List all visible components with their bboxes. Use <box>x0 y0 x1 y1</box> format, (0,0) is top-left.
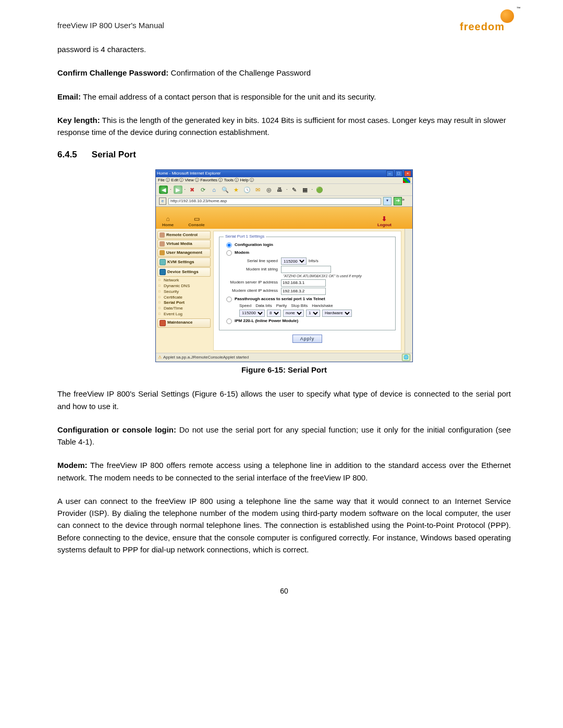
logo-text: freedom <box>460 21 505 32</box>
server-ip-input[interactable] <box>281 279 326 287</box>
body-p8: A user can connect to the freeView IP 80… <box>57 495 511 556</box>
ie-addressbar: e http://192.168.10.23/home.asp ▾ ➜ » <box>156 196 412 207</box>
ie-menubar[interactable]: File ⓘ Edit ⓘ View ⓘ Favorites ⓘ Tools ⓘ… <box>156 177 412 184</box>
serial-speed-unit: bits/s <box>309 259 319 264</box>
p4-label: Key length: <box>57 116 100 125</box>
virtual-media-icon <box>160 241 165 246</box>
link-bar-chevron[interactable]: » <box>402 198 409 205</box>
pt-handshake-select[interactable]: Hardware <box>322 310 352 317</box>
p2-text: Confirmation of the Challenge Password <box>168 68 311 77</box>
nav-console[interactable]: ▭Console <box>188 216 205 228</box>
modem-init-input[interactable] <box>281 266 331 273</box>
apply-button[interactable]: Apply <box>292 335 323 343</box>
body-p7: Modem: The freeView IP 800 offers remote… <box>57 459 511 484</box>
ie-statusbar: ⚠ Applet sa.pp.a.JRemoteConsoleApplet st… <box>156 353 412 362</box>
window-close-button[interactable]: × <box>404 170 411 177</box>
status-warning-icon: ⚠ <box>158 355 162 360</box>
nav-logout[interactable]: ⬇Logout <box>377 216 391 228</box>
messenger-button[interactable]: 🟢 <box>315 186 324 194</box>
p2-label: Confirm Challenge Password: <box>57 68 168 77</box>
sub-dynamic-dns[interactable]: Dynamic DNS <box>161 283 211 289</box>
print-button[interactable]: 🖶 <box>275 186 284 194</box>
ie-toolbar: ◀· ▶· ✖ ⟳ ⌂ 🔍 ★ 🕓 ✉ ◎ 🖶· ✎ ▦· 🟢 <box>156 184 412 196</box>
history-button[interactable]: 🕓 <box>242 186 251 194</box>
radio-ipm-label: IPM 220-L (Inline Power Module) <box>235 319 298 324</box>
sidebar-virtual-media[interactable]: Virtual Media <box>157 240 211 248</box>
mail-button[interactable]: ✉ <box>253 186 262 194</box>
media-button[interactable]: ◎ <box>264 186 273 194</box>
search-button[interactable]: 🔍 <box>221 186 229 194</box>
radio-passthrough-label: Passthrough access to serial port 1 via … <box>235 297 325 302</box>
logo-orb-icon <box>500 9 514 23</box>
pt-speed-select[interactable]: 115200 <box>239 310 265 317</box>
address-input[interactable]: http://192.168.10.23/home.asp <box>168 198 381 205</box>
ie-menus[interactable]: File ⓘ Edit ⓘ View ⓘ Favorites ⓘ Tools ⓘ… <box>158 178 254 183</box>
serial-speed-select[interactable]: 115200 <box>281 257 307 265</box>
client-ip-label: Modem client IP address <box>224 289 281 293</box>
address-dropdown[interactable]: ▾ <box>383 197 391 205</box>
home-button[interactable]: ⌂ <box>210 186 218 194</box>
modem-init-hint: "ATZH0 OK ATL0M0&K3X1 OK" is used if emp… <box>283 274 362 278</box>
sub-event-log[interactable]: Event Log <box>161 312 211 317</box>
p7-text: The freeView IP 800 offers remote access… <box>57 461 511 482</box>
pt-handshake-label: Handshake <box>312 304 333 309</box>
sub-network[interactable]: Network <box>161 278 211 283</box>
client-ip-input[interactable] <box>281 288 326 295</box>
go-button[interactable]: ➜ <box>394 197 402 205</box>
sidebar-user-management[interactable]: User Management <box>157 249 211 257</box>
nav-home[interactable]: ⌂Home <box>162 216 174 228</box>
pt-databits-select[interactable]: 8 <box>267 310 281 317</box>
serial-port-panel: Serial Port 1 Settings Configuration log… <box>213 231 401 351</box>
pt-parity-label: Parity <box>276 304 287 309</box>
console-icon: ▭ <box>188 216 205 223</box>
page-scrollbar[interactable] <box>405 229 412 353</box>
pt-parity-select[interactable]: none <box>283 310 304 317</box>
body-p1: password is 4 characters. <box>57 43 511 55</box>
body-p4: Key length: This is the length of the ge… <box>57 114 511 139</box>
pt-databits-label: Data bits <box>255 304 272 309</box>
user-management-icon <box>160 250 165 255</box>
maintenance-icon <box>160 320 166 326</box>
sub-certificate[interactable]: Certificate <box>161 295 211 301</box>
sidebar-kvm-settings[interactable]: KVM Settings <box>157 257 211 267</box>
refresh-button[interactable]: ⟳ <box>199 186 207 194</box>
pt-stopbits-select[interactable]: 1 <box>306 310 320 317</box>
body-p6: Configuration or console login: Do not u… <box>57 424 511 448</box>
radio-ipm[interactable] <box>226 318 231 324</box>
p7-label: Modem: <box>57 461 88 470</box>
body-p3: Email: The email address of a contact pe… <box>57 91 511 103</box>
stop-button[interactable]: ✖ <box>188 186 197 194</box>
window-maximize-button[interactable]: □ <box>395 170 402 177</box>
figure-caption: Figure 6-15: Serial Port <box>57 365 511 374</box>
section-number: 6.4.5 <box>57 150 77 160</box>
brand-logo: freedom <box>454 21 511 33</box>
page-icon: e <box>159 198 166 205</box>
forward-button[interactable]: ▶ <box>174 186 182 194</box>
window-minimize-button[interactable]: – <box>386 170 394 177</box>
sub-serial-port[interactable]: Serial Port <box>161 300 211 306</box>
back-button[interactable]: ◀ <box>159 186 168 194</box>
sidebar: Remote Control Virtual Media User Manage… <box>156 229 212 353</box>
sidebar-device-settings[interactable]: Device Settings <box>157 267 211 277</box>
sub-datetime[interactable]: Date/Time <box>161 306 211 312</box>
radio-config-login[interactable] <box>226 242 231 248</box>
server-ip-label: Modem server IP address <box>224 280 281 285</box>
radio-passthrough[interactable] <box>226 297 231 302</box>
favorites-button[interactable]: ★ <box>231 186 240 194</box>
logout-icon: ⬇ <box>377 216 391 223</box>
modem-init-label: Modem init string <box>224 267 281 272</box>
edit-button[interactable]: ✎ <box>290 186 299 194</box>
radio-modem[interactable] <box>226 250 231 255</box>
sub-security[interactable]: Security <box>161 289 211 295</box>
body-p5: The freeView IP 800's Serial Settings (F… <box>57 388 511 412</box>
body-p2: Confirm Challenge Password: Confirmation… <box>57 67 511 79</box>
discuss-button[interactable]: ▦ <box>301 186 310 194</box>
ms-flag-icon <box>403 178 410 183</box>
sidebar-remote-control[interactable]: Remote Control <box>157 231 211 239</box>
device-settings-subtree: Network Dynamic DNS Security Certificate… <box>161 278 211 317</box>
home-icon: ⌂ <box>162 216 174 223</box>
p3-text: The email address of a contact person th… <box>81 92 376 101</box>
ie-window-title: Home - Microsoft Internet Explorer <box>157 171 221 176</box>
sidebar-maintenance[interactable]: Maintenance <box>157 318 211 328</box>
pt-speed-label: Speed <box>239 304 251 309</box>
